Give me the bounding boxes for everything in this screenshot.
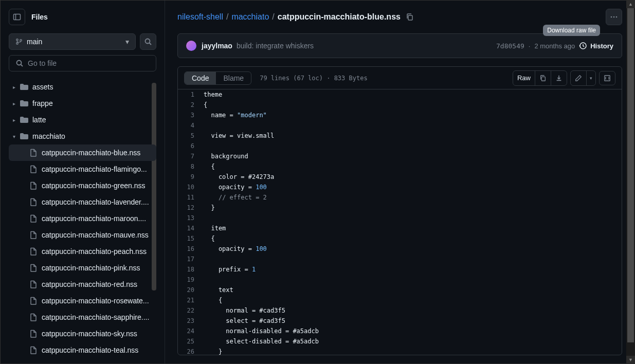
symbols-button[interactable] — [599, 71, 615, 85]
file-icon — [29, 346, 38, 354]
tree-file[interactable]: catppuccin-macchiato-red.nss — [9, 276, 156, 293]
code-line[interactable]: 6 — [178, 141, 622, 151]
tree-file[interactable]: catppuccin-macchiato-mauve.nss — [9, 227, 156, 243]
code-line[interactable]: 19 — [178, 275, 622, 285]
tree-file[interactable]: catppuccin-macchiato-maroon.... — [9, 210, 156, 227]
folder-name: macchiato — [32, 132, 65, 140]
go-to-file-input[interactable]: Go to file — [9, 55, 156, 71]
tree-file[interactable]: catppuccin-macchiato-sapphire.... — [9, 309, 156, 325]
code-line[interactable]: 7 background — [178, 151, 622, 161]
code-line[interactable]: 10 opacity = 100 — [178, 182, 622, 192]
line-number: 12 — [178, 203, 204, 213]
code-line[interactable]: 21 { — [178, 295, 622, 305]
breadcrumb-repo[interactable]: nilesoft-shell — [177, 12, 223, 22]
file-name: catppuccin-macchiato-mauve.nss — [42, 231, 149, 239]
tab-blame[interactable]: Blame — [216, 72, 251, 84]
sidebar-scrollbar-thumb[interactable] — [152, 83, 156, 290]
code-line[interactable]: 14 item — [178, 223, 622, 233]
folder-icon — [20, 116, 28, 124]
code-line[interactable]: 11 // effect = 2 — [178, 192, 622, 203]
chevron-icon: ▾ — [13, 134, 20, 139]
tree-folder[interactable]: ▸frappe — [9, 95, 156, 112]
code-line[interactable]: 5 view = view.small — [178, 131, 622, 141]
edit-dropdown[interactable]: ▾ — [587, 71, 595, 85]
folder-icon — [20, 99, 28, 107]
file-name: catppuccin-macchiato-sky.nss — [42, 330, 137, 338]
line-number: 18 — [178, 264, 204, 275]
file-sidebar: Files main ▾ Go to file ▸assets▸frappe▸l… — [1, 1, 165, 363]
code-line[interactable]: 25 select-disabled = #a5adcb — [178, 336, 622, 347]
page-scrollbar[interactable]: ▲ ▼ — [626, 0, 635, 364]
tree-file[interactable]: catppuccin-macchiato-teal.nss — [9, 342, 156, 355]
code-line[interactable]: 3 name = "modern" — [178, 110, 622, 120]
code-line[interactable]: 17 — [178, 254, 622, 264]
code-line[interactable]: 24 normal-disabled = #a5adcb — [178, 326, 622, 336]
tree-file[interactable]: catppuccin-macchiato-pink.nss — [9, 260, 156, 276]
page-scrollbar-thumb[interactable] — [627, 8, 634, 342]
code-line[interactable]: 23 select = #cad3f5 — [178, 316, 622, 326]
copy-raw-button[interactable] — [535, 71, 551, 85]
edit-button[interactable] — [571, 71, 587, 85]
collapse-sidebar-button[interactable] — [9, 9, 25, 25]
scroll-down-button[interactable]: ▼ — [626, 356, 635, 364]
svg-rect-0 — [14, 14, 21, 20]
download-button[interactable] — [551, 71, 567, 85]
code-line[interactable]: 9 color = #24273a — [178, 172, 622, 182]
code-line[interactable]: 26 } — [178, 347, 622, 355]
scroll-up-button[interactable]: ▲ — [626, 0, 635, 8]
pencil-icon — [575, 75, 582, 82]
tree-file[interactable]: catppuccin-macchiato-peach.nss — [9, 243, 156, 260]
avatar[interactable] — [186, 41, 196, 51]
tree-file[interactable]: catppuccin-macchiato-green.nss — [9, 177, 156, 194]
line-number: 19 — [178, 275, 204, 285]
svg-line-6 — [150, 43, 152, 45]
history-button[interactable]: History — [579, 42, 613, 50]
branch-selector[interactable]: main ▾ — [9, 33, 136, 50]
tree-folder[interactable]: ▸assets — [9, 79, 156, 95]
file-name: catppuccin-macchiato-pink.nss — [42, 264, 140, 272]
tree-file[interactable]: catppuccin-macchiato-sky.nss — [9, 325, 156, 342]
search-icon — [15, 59, 24, 67]
code-line[interactable]: 12 } — [178, 203, 622, 213]
code-line[interactable]: 4 — [178, 120, 622, 131]
code-line[interactable]: 13 — [178, 213, 622, 223]
line-number: 1 — [178, 89, 204, 100]
commit-time[interactable]: 2 months ago — [534, 42, 575, 50]
line-number: 25 — [178, 336, 204, 347]
line-content: text — [204, 285, 233, 295]
code-line[interactable]: 20 text — [178, 285, 622, 295]
line-number: 13 — [178, 213, 204, 223]
folder-icon — [20, 83, 28, 91]
tree-file[interactable]: catppuccin-macchiato-lavender.... — [9, 194, 156, 210]
code-line[interactable]: 1theme — [178, 89, 622, 100]
line-content: { — [204, 100, 207, 110]
commit-message[interactable]: build: integrate whiskers — [237, 42, 314, 50]
tree-folder[interactable]: ▾macchiato — [9, 128, 156, 144]
code-line[interactable]: 15 { — [178, 233, 622, 244]
commit-hash[interactable]: 7d80549 — [496, 42, 524, 50]
more-menu-button[interactable] — [606, 9, 622, 25]
search-button[interactable] — [140, 33, 156, 50]
chevron-icon: ▸ — [13, 117, 20, 123]
line-number: 11 — [178, 192, 204, 203]
code-body[interactable]: 1theme2{3 name = "modern"45 view = view.… — [178, 89, 622, 355]
breadcrumb: nilesoft-shell / macchiato / catppuccin-… — [177, 12, 401, 22]
tab-code[interactable]: Code — [185, 72, 216, 84]
breadcrumb-dir[interactable]: macchiato — [231, 12, 269, 22]
line-number: 17 — [178, 254, 204, 264]
tree-file[interactable]: catppuccin-macchiato-flamingo... — [9, 161, 156, 177]
raw-button[interactable]: Raw — [513, 71, 535, 85]
code-viewer: Code Blame 79 lines (67 loc) · 833 Bytes… — [177, 66, 622, 355]
code-line[interactable]: 18 prefix = 1 — [178, 264, 622, 275]
tree-file[interactable]: catppuccin-macchiato-rosewate... — [9, 293, 156, 309]
code-line[interactable]: 2{ — [178, 100, 622, 110]
copy-path-button[interactable] — [406, 13, 414, 21]
commit-author[interactable]: jayylmao — [202, 42, 232, 50]
tree-file[interactable]: catppuccin-macchiato-blue.nss — [9, 144, 156, 161]
line-number: 10 — [178, 182, 204, 192]
code-line[interactable]: 16 opacity = 100 — [178, 244, 622, 254]
code-line[interactable]: 22 normal = #cad3f5 — [178, 305, 622, 316]
code-line[interactable]: 8 { — [178, 161, 622, 172]
breadcrumb-sep: / — [272, 12, 274, 22]
tree-folder[interactable]: ▸latte — [9, 112, 156, 128]
